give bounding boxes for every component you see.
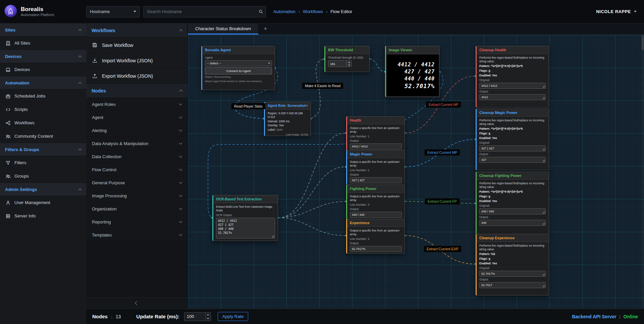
tab-character-status-breakdown[interactable]: Character Status Breakdown <box>188 23 258 35</box>
sidebar-item-user-management[interactable]: User Management <box>0 196 86 209</box>
threshold-input[interactable] <box>328 60 352 67</box>
section-label: Nodes <box>92 88 106 93</box>
node-experience[interactable]: Experience Output a specific line from a… <box>346 219 405 254</box>
export-workflow-button[interactable]: Export Workflow (JSON) <box>86 68 187 84</box>
node-category-data-analysis[interactable]: Data Analysis & Manipulation <box>86 137 187 150</box>
sidebar-section-filters-groups[interactable]: Filters & Groups <box>0 143 86 156</box>
node-cleanup-magic-power[interactable]: Cleanup Magic Power Performs live regex-… <box>476 109 549 170</box>
node-title: Cleanup Health <box>479 48 506 52</box>
section-label: Filters & Groups <box>5 147 39 152</box>
output-field[interactable]: 427 { 427 <box>350 177 402 183</box>
sidebar-item-scripts[interactable]: Scripts <box>0 103 86 116</box>
regex-pattern: Pattern: ^\s*(\d+)[^0-9]+(\d+)\s*$ <box>479 127 546 131</box>
ocr-line: 4412 / 4412 <box>398 62 435 68</box>
node-category-flow-control[interactable]: Flow Control <box>86 163 187 176</box>
search-input[interactable] <box>143 6 266 17</box>
sidebar-item-server-info[interactable]: Server Info <box>0 209 86 223</box>
node-category-alerting[interactable]: Alerting <box>86 124 187 137</box>
ocr-output-textarea[interactable]: 4412 / 4412 427 { 427 440 / 440 52.7017% <box>216 218 275 239</box>
canvas-scrollbar[interactable] <box>641 35 644 309</box>
original-textarea[interactable]: 440 / 440 <box>479 208 546 214</box>
share-icon[interactable] <box>306 104 308 108</box>
node-cleanup-health[interactable]: Cleanup Health Performs live regex-based… <box>476 46 549 108</box>
node-title: BW Threshold <box>328 48 353 52</box>
panel-section-workflows[interactable]: Workflows <box>86 23 187 38</box>
original-textarea[interactable]: 52.7017% <box>479 271 546 277</box>
brand: Borealis Automation Platform <box>0 4 86 19</box>
panel-section-nodes[interactable]: Nodes <box>86 84 187 98</box>
sidebar-section-automation[interactable]: Automation <box>0 76 86 89</box>
output-textarea[interactable]: 440 <box>479 220 546 226</box>
breadcrumb-workflows[interactable]: Workflows <box>303 9 323 14</box>
original-textarea[interactable]: 4412 / 4412 <box>479 83 546 89</box>
node-category-image-processing[interactable]: Image Processing <box>86 189 187 202</box>
node-category-templates[interactable]: Templates <box>86 229 187 242</box>
sidebar-item-scheduled-jobs[interactable]: Scheduled Jobs <box>0 89 86 103</box>
sidebar-section-sites[interactable]: Sites <box>0 23 86 37</box>
sidebar-section-devices[interactable]: Devices <box>0 50 86 63</box>
import-workflow-button[interactable]: Import Workflow (JSON) <box>86 53 187 68</box>
node-agent-role-screenshot[interactable]: Agent Role: Screenshot Region: X:200 Y:4… <box>264 102 311 136</box>
stepper[interactable] <box>346 61 351 67</box>
sidebar-item-label: Community Content <box>14 134 53 139</box>
update-rate-input[interactable] <box>184 312 211 321</box>
sidebar-item-filters[interactable]: Filters <box>0 156 86 170</box>
output-field[interactable]: 52.7017% <box>350 246 402 252</box>
save-workflow-button[interactable]: Save Workflow <box>86 38 187 53</box>
node-category-reporting[interactable]: Reporting <box>86 215 187 229</box>
sidebar-item-all-sites[interactable]: All Sites <box>0 37 86 50</box>
line-number-label: Line Number: 1 <box>350 135 402 138</box>
node-image-viewer[interactable]: Image Viewer 4412 / 4412 427 / 427 440 /… <box>385 46 440 97</box>
stepper[interactable] <box>205 313 211 321</box>
apply-rate-button[interactable]: Apply Rate <box>218 312 249 321</box>
user-menu[interactable]: NICOLE RAPPE <box>596 9 644 14</box>
sidebar-item-workflows[interactable]: Workflows <box>0 116 86 130</box>
sidebar-item-label: User Management <box>14 200 50 205</box>
node-magic-power[interactable]: Magic Power Output a specific line from … <box>346 150 405 185</box>
connect-to-agent-button[interactable]: Connect to Agent <box>205 67 272 74</box>
node-description: Performs live regex-based find/replace o… <box>479 56 546 63</box>
node-cleanup-fighting-power[interactable]: Cleanup Fighting Power Performs live reg… <box>476 172 549 235</box>
node-bw-threshold[interactable]: BW Threshold Threshold Strength (0–255): <box>324 46 370 72</box>
output-textarea[interactable]: 427 <box>479 157 546 163</box>
hostname-dropdown[interactable]: Hostname <box>86 6 140 17</box>
agent-select[interactable]: -- Select -- <box>205 60 272 66</box>
threshold-value[interactable] <box>328 61 346 67</box>
scrollbar-thumb[interactable] <box>642 36 644 50</box>
node-fighting-power[interactable]: Fighting Power Output a specific line fr… <box>346 185 405 219</box>
node-category-general-purpose[interactable]: General Purpose <box>86 176 187 189</box>
sidebar-item-groups[interactable]: Groups <box>0 170 86 183</box>
flow-canvas[interactable]: Borealis Agent Agent: -- Select -- Conne… <box>188 35 644 309</box>
output-field[interactable]: 440 / 440 <box>350 212 402 218</box>
node-ocr-text-extraction[interactable]: OCR-Based Text Extraction Extract Multi-… <box>212 195 278 241</box>
sidebar-section-admin-settings[interactable]: Admin Settings <box>0 183 86 196</box>
node-cleanup-experience[interactable]: Cleanup Experience Performs live regex-b… <box>476 234 549 296</box>
node-health[interactable]: Health Output a specific line from an up… <box>346 116 405 151</box>
output-textarea[interactable]: 4412 <box>479 94 546 100</box>
user-icon <box>5 200 11 205</box>
breadcrumb-automation[interactable]: Automation <box>273 9 296 14</box>
update-rate-value[interactable] <box>184 313 205 321</box>
edge-label-extract-current-exp: Extract Current EXP <box>424 246 461 252</box>
node-title: Image Viewer <box>389 48 412 52</box>
ocr-line: 52.7017% <box>405 83 435 89</box>
node-description: Performs live regex-based find/replace o… <box>479 244 546 251</box>
output-field[interactable]: 4412 / 4412 <box>350 143 402 149</box>
node-category-agent[interactable]: Agent <box>86 111 187 124</box>
node-borealis-agent[interactable]: Borealis Agent Agent: -- Select -- Conne… <box>201 46 275 90</box>
new-tab-button[interactable]: + <box>258 23 272 35</box>
original-textarea[interactable]: 427 { 427 <box>479 145 546 151</box>
borealis-logo-icon <box>4 4 17 19</box>
collapse-panel-button[interactable] <box>86 297 187 309</box>
output-label: Output: <box>479 215 546 219</box>
output-textarea[interactable]: 52.7017 <box>479 282 546 288</box>
node-title: Magic Power <box>350 152 372 156</box>
sidebar-item-devices[interactable]: Devices <box>0 63 86 76</box>
node-description: Performs live regex-based find/replace o… <box>479 182 546 189</box>
node-category-data-collection[interactable]: Data Collection <box>86 150 187 163</box>
node-category-agent-roles[interactable]: Agent Roles <box>86 98 187 111</box>
category-label: Organization <box>92 206 117 211</box>
node-category-organization[interactable]: Organization <box>86 202 187 215</box>
output-label: Output: <box>350 139 402 142</box>
sidebar-item-community-content[interactable]: Community Content <box>0 130 86 143</box>
